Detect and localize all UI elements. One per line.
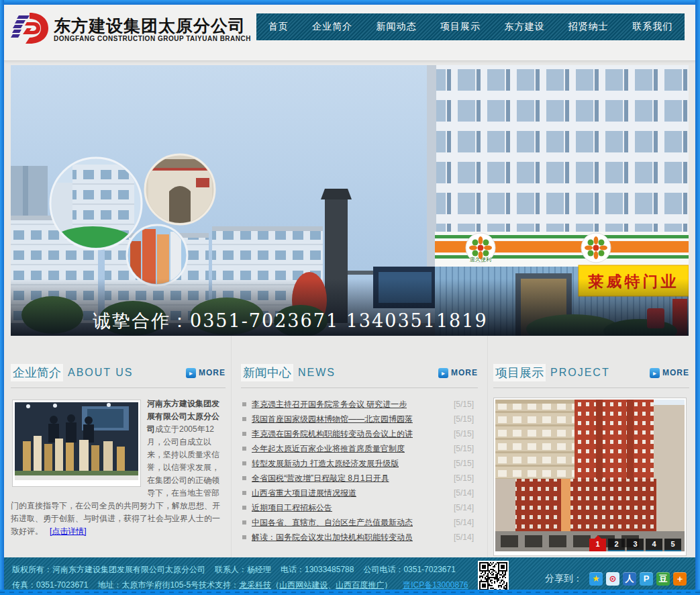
- tech-support-link[interactable]: 龙采科技: [239, 580, 271, 590]
- share-more-icon[interactable]: ＋: [673, 572, 687, 586]
- weibo-icon[interactable]: ⊙: [606, 572, 619, 586]
- header: 东方建设集团太原分公司 DONGFANG CONSTRUCTION GROUP …: [4, 5, 696, 61]
- bullet-icon: [242, 476, 246, 480]
- project-title-cn: 项目展示: [493, 364, 546, 381]
- paren: （: [271, 580, 279, 590]
- banner-slogan: 诚挚合作：0351-7023671 13403511819: [93, 310, 488, 331]
- qzone-icon[interactable]: ★: [589, 572, 603, 586]
- news-link[interactable]: 近期项目工程招标公告: [252, 502, 332, 514]
- logo-subtitle: DONGFANG CONSTRUCTION GROUP TAIYUAN BRAN…: [54, 35, 251, 42]
- project-title-en: PROJECT: [550, 367, 610, 379]
- page-button-2[interactable]: 2: [608, 539, 625, 551]
- page-button-4[interactable]: 4: [646, 539, 662, 551]
- page-top-border: [0, 0, 700, 5]
- fax-number: 传真：0351-7023671: [12, 580, 88, 590]
- page-bottom-bar: [0, 590, 700, 595]
- news-date: [5/15]: [454, 414, 478, 424]
- news-link[interactable]: 今年起太原近百家企业将推首席质量官制度: [252, 443, 405, 455]
- project-header: 项目展示 PROJECT MORE: [493, 364, 689, 388]
- news-row: 解读：国务院会议发出加快机构职能转变动员[5/14]: [241, 530, 478, 545]
- about-photo: [12, 400, 141, 487]
- news-date: [5/15]: [454, 444, 478, 453]
- news-row: 近期项目工程招标公告[5/14]: [241, 500, 478, 515]
- news-link[interactable]: 李克强在国务院机构职能转变动员会议上的讲: [252, 428, 413, 440]
- news-row: 转型发展新动力 打造太原经济发展升级版[5/15]: [241, 456, 478, 471]
- about-title-cn: 企业简介: [11, 364, 63, 381]
- news-link[interactable]: 解读：国务院会议发出加快机构职能转变动员: [252, 532, 413, 543]
- nav-item-首页[interactable]: 首页: [268, 21, 289, 33]
- nav-item-项目展示[interactable]: 项目展示: [440, 21, 481, 33]
- about-detail-link[interactable]: [点击详情]: [50, 527, 87, 536]
- douban-icon[interactable]: 豆: [656, 572, 670, 586]
- about-photo-image: [15, 402, 138, 480]
- bullet-icon: [242, 461, 246, 465]
- news-row: 全省国税“营改增”日程敲定 8月1日开具[5/15]: [241, 471, 478, 486]
- news-link[interactable]: 山西省重大项目进展情况报道: [252, 488, 356, 499]
- more-arrow-icon: [186, 368, 196, 378]
- address-text: 地址：太原市学府街105-5号: [97, 580, 199, 590]
- nav-item-企业简介[interactable]: 企业简介: [312, 21, 352, 33]
- news-more-button[interactable]: MORE: [438, 368, 478, 378]
- nav-item-东方建设[interactable]: 东方建设: [504, 21, 544, 33]
- news-row: 李克强主持召开国务院常务会议 研究进一步[5/15]: [241, 397, 478, 412]
- news-section: 新闻中心 NEWS MORE 李克强主持召开国务院常务会议 研究进一步[5/15…: [231, 336, 488, 557]
- footer: 版权所有：河南东方建设集团发展有限公司太原分公司联系人：杨经理电话：130334…: [4, 557, 696, 590]
- share-bar: 分享到： ★⊙人P豆＋: [545, 572, 687, 586]
- news-date: [5/14]: [454, 518, 478, 527]
- news-row: 李克强在国务院机构职能转变动员会议上的讲[5/15]: [241, 426, 478, 441]
- more-label: MORE: [199, 368, 226, 377]
- bullet-icon: [242, 417, 246, 421]
- news-date: [5/14]: [454, 503, 478, 512]
- news-link[interactable]: 我国首座国家级园林博物馆——北京园博园落: [252, 414, 413, 425]
- paren: ）: [384, 580, 392, 590]
- project-slideshow[interactable]: 12345: [493, 398, 687, 556]
- news-title-cn: 新闻中心: [241, 364, 293, 381]
- news-date: [5/15]: [454, 459, 478, 468]
- shanxi-baidu-link[interactable]: 山西百度推广: [336, 580, 384, 590]
- site-logo[interactable]: 东方建设集团太原分公司 DONGFANG CONSTRUCTION GROUP …: [9, 11, 251, 46]
- news-title-en: NEWS: [298, 367, 336, 379]
- nav-item-招贤纳士[interactable]: 招贤纳士: [568, 21, 609, 33]
- qr-code: [478, 561, 509, 592]
- share-label: 分享到：: [545, 573, 583, 585]
- about-more-button[interactable]: MORE: [186, 368, 226, 378]
- more-label: MORE: [451, 368, 478, 377]
- company-phone: 公司电话：0351-7023671: [363, 565, 455, 574]
- page-button-5[interactable]: 5: [664, 539, 681, 551]
- project-pagination: 12345: [589, 539, 681, 551]
- news-header: 新闻中心 NEWS MORE: [241, 364, 478, 388]
- contact-person: 联系人：杨经理: [215, 565, 271, 574]
- banner-photo: 唐久便利 莱威特门业: [11, 65, 689, 336]
- bullet-icon: [242, 520, 246, 524]
- more-arrow-icon: [650, 368, 660, 378]
- logo-icon: [9, 11, 51, 46]
- renren-icon[interactable]: 人: [623, 572, 636, 586]
- news-row: 山西省重大项目进展情况报道[5/14]: [241, 486, 478, 500]
- news-link[interactable]: 转型发展新动力 打造太原经济发展升级版: [252, 458, 399, 469]
- page-button-1[interactable]: 1: [589, 539, 606, 551]
- news-row: 今年起太原近百家企业将推首席质量官制度[5/15]: [241, 441, 478, 456]
- news-row: 中国各省、直辖市、自治区生产总值最新动态[5/14]: [241, 515, 478, 530]
- bullet-icon: [242, 432, 246, 436]
- nav-item-新闻动态[interactable]: 新闻动态: [377, 21, 417, 33]
- bullet-icon: [242, 447, 246, 451]
- shanxi-website-link[interactable]: 山西网站建设: [279, 580, 328, 590]
- tech-support-label: 技术支持：: [199, 580, 239, 590]
- bullet-icon: [242, 535, 246, 539]
- share-icons: ★⊙人P豆＋: [589, 572, 687, 586]
- project-more-button[interactable]: MORE: [650, 368, 689, 378]
- separator: 、: [328, 580, 336, 590]
- news-link[interactable]: 李克强主持召开国务院常务会议 研究进一步: [252, 399, 407, 410]
- news-list: 李克强主持召开国务院常务会议 研究进一步[5/15]我国首座国家级园林博物馆——…: [241, 397, 478, 545]
- news-link[interactable]: 全省国税“营改增”日程敲定 8月1日开具: [252, 473, 389, 484]
- content-area: 企业简介 ABOUT US MORE: [11, 336, 689, 557]
- bullet-icon: [242, 491, 246, 495]
- bullet-icon: [242, 402, 246, 406]
- news-link[interactable]: 中国各省、直辖市、自治区生产总值最新动态: [252, 517, 413, 529]
- news-date: [5/15]: [454, 429, 478, 439]
- tencent-weibo-icon[interactable]: P: [640, 572, 653, 586]
- project-photo: [495, 400, 685, 551]
- page-button-3[interactable]: 3: [627, 539, 644, 551]
- hero-banner: 唐久便利 莱威特门业: [11, 65, 689, 336]
- nav-item-联系我们[interactable]: 联系我们: [632, 21, 672, 33]
